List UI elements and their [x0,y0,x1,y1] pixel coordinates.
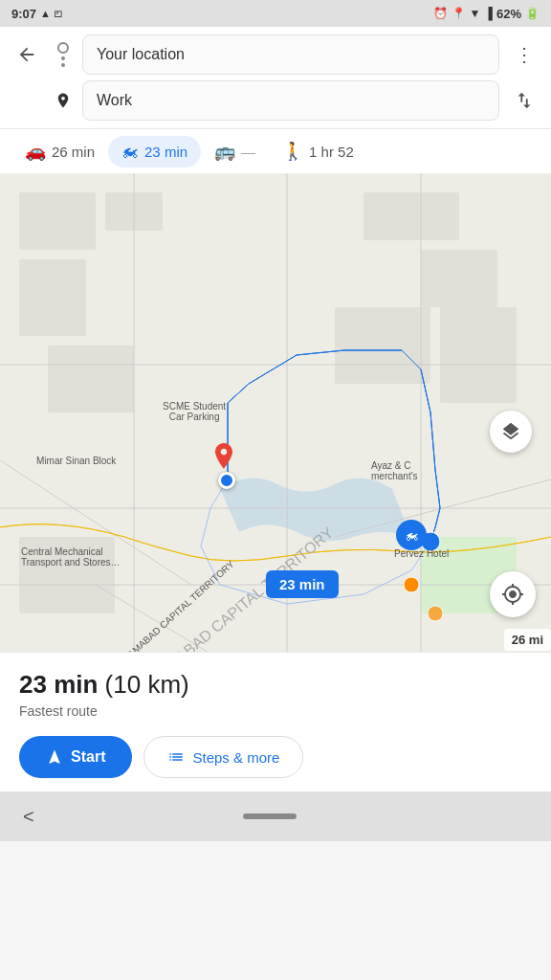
destination-icon-col [52,90,75,111]
motorcycle-icon: 🏍 [121,142,139,162]
waypoint-dots [52,42,75,67]
start-icon [46,748,63,766]
route-time-badge: 23 min [266,570,339,598]
route-time-text: 23 min [279,576,325,592]
back-button[interactable] [10,37,44,72]
layers-button[interactable] [490,411,532,453]
transit-icon: 🚌 [214,141,235,162]
svg-rect-2 [19,192,96,250]
svg-rect-6 [19,259,86,336]
destination-text: Work [97,92,132,109]
cell-icon: ▐ [484,7,493,20]
moto-position-badge: 🏍 [396,520,427,550]
svg-point-22 [404,577,419,592]
steps-icon [167,748,185,766]
origin-text: Your location [97,46,185,63]
transit-time: — [241,144,255,160]
start-label: Start [71,748,105,766]
label-scme: SCME StudentCar Parking [163,401,226,422]
walk-icon: 🚶 [282,141,303,162]
mode-car[interactable]: 🚗 26 min [11,135,108,167]
route-subtitle: Fastest route [19,703,532,719]
usb-icon: ⏍ [55,7,61,20]
status-time: 9:07 ▲ ⏍ [11,7,61,21]
back-chevron[interactable]: < [23,806,34,828]
label-ayaz: Ayaz & Cmerchant's [371,460,418,481]
battery-text: 62% [496,7,521,21]
side-time-badge: 26 mi [504,629,551,651]
wifi-icon: ▼ [470,7,481,20]
car-icon: 🚗 [25,141,46,162]
walk-time: 1 hr 52 [309,144,354,160]
label-mimar: Mimar Sinan Block [36,456,116,466]
top-nav: Your location ⋮ Work [0,27,551,128]
action-buttons: Start Steps & more [19,736,532,778]
alarm-icon: ⏰ [433,7,448,20]
from-row: Your location ⋮ [10,34,541,75]
modes-bar: 🚗 26 min 🏍 23 min 🚌 — 🚶 1 hr 52 [0,128,551,173]
origin-dot [57,42,69,54]
dot1 [61,56,65,60]
mode-transit[interactable]: 🚌 — [201,135,269,167]
destination-input[interactable]: Work [82,80,499,121]
label-central: Central MechanicalTransport and Stores… [21,546,121,568]
steps-more-button[interactable]: Steps & more [143,736,303,778]
moto-time: 23 min [144,144,187,160]
svg-point-23 [428,606,443,621]
car-time: 26 min [52,144,95,160]
dot2 [61,63,65,67]
origin-input[interactable]: Your location [82,34,499,75]
svg-rect-9 [440,307,517,403]
nav-pill [243,813,297,819]
status-bar: 9:07 ▲ ⏍ ⏰ 📍 ▼ ▐ 62% 🔋 [0,0,551,27]
mode-motorcycle[interactable]: 🏍 23 min [108,136,201,167]
swap-button[interactable] [507,83,541,118]
location-icon: 📍 [452,7,466,20]
mode-walk[interactable]: 🚶 1 hr 52 [269,135,367,167]
bottom-nav: < [0,791,551,841]
current-position [218,472,235,489]
battery-icon: 🔋 [525,7,540,20]
svg-rect-8 [335,307,430,384]
start-button[interactable]: Start [19,736,132,778]
distance-text: (10 km) [105,670,189,699]
steps-label: Steps & more [192,749,279,766]
label-pervez: Pervez Hotel [394,548,449,559]
moto-icon: 🏍 [405,527,418,543]
duration-text: 23 min [19,670,98,699]
svg-rect-4 [364,192,459,240]
time-display: 9:07 [11,7,36,21]
locate-button[interactable] [490,571,536,617]
svg-rect-7 [48,345,134,412]
route-duration: 23 min (10 km) [19,670,532,700]
to-row: Work [10,80,541,121]
signal-icon: ▲ [40,8,51,19]
bottom-panel: 23 min (10 km) Fastest route Start Steps… [0,652,551,791]
menu-button[interactable]: ⋮ [507,37,541,72]
svg-rect-5 [421,250,497,307]
map-container[interactable]: ISLAMABAD CAPITAL TERRITORY PUNJAB SCME … [0,173,551,652]
status-icons: ⏰ 📍 ▼ ▐ 62% 🔋 [433,7,540,21]
three-dots-icon: ⋮ [515,43,535,66]
